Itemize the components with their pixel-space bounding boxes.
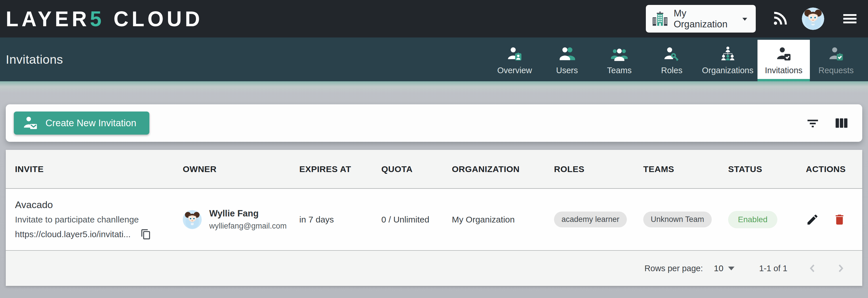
teams-icon [611, 46, 628, 62]
organization-cell: My Organization [452, 215, 554, 224]
create-new-invitation-label: Create New Invitation [45, 117, 136, 129]
previous-page-button[interactable] [806, 262, 819, 275]
filter-icon [805, 115, 821, 131]
column-header-organization: ORGANIZATION [452, 164, 554, 174]
rows-per-page-value: 10 [714, 264, 723, 273]
roles-person-key-icon [663, 46, 680, 62]
table-toolbar: Create New Invitation [6, 104, 862, 142]
chevron-left-icon [806, 262, 819, 275]
next-page-button[interactable] [834, 262, 847, 275]
person-envelope-icon [23, 115, 38, 131]
page-title: Invitations [6, 52, 63, 66]
column-header-status: STATUS [728, 164, 806, 174]
nav-tabs: Overview Users [488, 37, 862, 81]
invite-link: https://cloud.layer5.io/invitati... [15, 229, 131, 239]
top-bar: LAYER5 CLOUD My Organization [0, 0, 868, 37]
organizations-hierarchy-icon [719, 46, 736, 62]
roles-cell: academy learner [554, 212, 643, 227]
owner-email: wylliefang@gmail.com [209, 222, 287, 231]
copy-link-button[interactable] [141, 229, 151, 240]
copy-icon [141, 229, 151, 240]
invitations-person-check-icon [775, 46, 792, 62]
building-icon [652, 10, 669, 28]
tab-overview[interactable]: Overview [488, 37, 541, 81]
tab-label: Invitations [765, 66, 803, 75]
caret-down-icon [728, 267, 735, 270]
pencil-icon [806, 213, 819, 226]
create-new-invitation-button[interactable]: Create New Invitation [14, 111, 149, 135]
tab-label: Users [556, 66, 578, 75]
hamburger-icon [841, 10, 858, 27]
rss-icon [772, 11, 788, 27]
logo-text: LAYER5 CLOUD [6, 6, 203, 31]
status-badge: Enabled [728, 211, 777, 228]
edit-invitation-button[interactable] [806, 213, 819, 226]
trash-icon [833, 213, 846, 226]
column-header-roles: ROLES [554, 164, 643, 174]
requests-person-check-icon [828, 46, 844, 62]
tab-users[interactable]: Users [541, 37, 593, 81]
view-columns-button[interactable] [834, 115, 849, 131]
invite-cell: Avacado Invitate to participate chanllen… [15, 199, 183, 240]
rows-per-page-select[interactable]: 10 [714, 264, 734, 273]
users-icon [559, 46, 575, 62]
expires-at-cell: in 7 days [299, 215, 381, 224]
actions-cell [806, 213, 853, 226]
tab-invitations[interactable]: Invitations [757, 40, 810, 81]
tab-organizations[interactable]: Organizations [698, 37, 757, 81]
column-header-invite: INVITE [15, 164, 183, 174]
nav-bottom-gradient [0, 81, 868, 93]
tab-label: Organizations [702, 66, 753, 75]
organization-selector[interactable]: My Organization [646, 5, 756, 32]
chevron-right-icon [834, 262, 847, 275]
table-pagination-footer: Rows per page: 10 1-1 of 1 [6, 251, 862, 286]
table-row: Avacado Invitate to participate chanllen… [6, 189, 862, 251]
status-cell: Enabled [728, 211, 806, 228]
quota-cell: 0 / Unlimited [381, 215, 452, 224]
tab-teams[interactable]: Teams [593, 37, 646, 81]
broadcast-button[interactable] [772, 11, 788, 27]
layer5-cloud-logo[interactable]: LAYER5 CLOUD [6, 7, 203, 31]
chevron-down-icon [739, 13, 751, 25]
column-header-teams: TEAMS [643, 164, 728, 174]
tab-requests[interactable]: Requests [810, 37, 862, 81]
organization-selector-label: My Organization [674, 8, 739, 30]
tab-label: Teams [607, 66, 631, 75]
columns-icon [834, 115, 849, 131]
invite-description: Invitate to participate chanllenge [15, 215, 183, 224]
pagination-range: 1-1 of 1 [759, 264, 787, 273]
owner-name: Wyllie Fang [209, 208, 287, 219]
avatar [802, 7, 824, 30]
user-avatar-button[interactable] [802, 7, 824, 30]
role-chip: academy learner [554, 212, 627, 227]
invitations-table: INVITE OWNER EXPIRES AT QUOTA ORGANIZATI… [6, 150, 862, 286]
overview-person-badge-icon [506, 46, 523, 62]
column-header-owner: OWNER [183, 164, 299, 174]
table-header-row: INVITE OWNER EXPIRES AT QUOTA ORGANIZATI… [6, 150, 862, 189]
owner-avatar [183, 210, 202, 229]
delete-invitation-button[interactable] [833, 213, 846, 226]
filter-button[interactable] [805, 115, 821, 131]
tab-label: Roles [661, 66, 682, 75]
column-header-expires-at: EXPIRES AT [299, 164, 381, 174]
column-header-quota: QUOTA [381, 164, 452, 174]
teams-cell: Unknown Team [643, 212, 728, 227]
hamburger-menu-button[interactable] [841, 10, 858, 27]
tab-roles[interactable]: Roles [646, 37, 698, 81]
tab-label: Overview [497, 66, 532, 75]
team-chip: Unknown Team [643, 212, 712, 227]
rows-per-page-label: Rows per page: [644, 264, 703, 273]
invite-name: Avacado [15, 199, 183, 210]
tab-label: Requests [818, 66, 854, 75]
owner-cell: Wyllie Fang wylliefang@gmail.com [183, 208, 299, 231]
column-header-actions: ACTIONS [806, 164, 853, 174]
secondary-nav-bar: Invitations Overview [0, 37, 868, 81]
